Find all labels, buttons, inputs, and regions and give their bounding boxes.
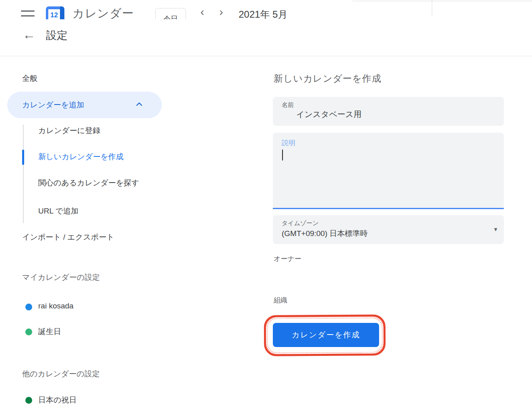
- dropdown-caret-icon: ▼: [493, 226, 498, 232]
- add-calendar-label: カレンダーを追加: [22, 92, 84, 118]
- calendar-name-input[interactable]: [296, 110, 481, 119]
- sidebar-item-import-export[interactable]: インポート / エクスポート: [22, 232, 114, 242]
- timezone-label: タイムゾーン: [282, 220, 319, 227]
- my-calendars-heading: マイカレンダーの設定: [22, 272, 100, 283]
- logo-day-number: 12: [48, 9, 60, 19]
- active-item-indicator: [22, 150, 24, 165]
- organization-label: 組織: [274, 296, 287, 305]
- product-name: カレンダー: [72, 6, 134, 19]
- description-field[interactable]: 説明: [273, 133, 504, 209]
- today-button[interactable]: 今日: [155, 8, 186, 19]
- current-date-label: 2021年 5月: [239, 8, 287, 19]
- sidebar-item-general[interactable]: 全般: [22, 73, 37, 84]
- calendar-name-field[interactable]: 名前: [273, 97, 504, 126]
- back-arrow-icon[interactable]: ←: [21, 27, 37, 43]
- header-divider: [0, 56, 532, 56]
- sidebar-item-subscribe-to-calendar[interactable]: カレンダーに登録: [38, 125, 100, 136]
- logo-right-band: [60, 6, 64, 19]
- calendar-color-dot: [25, 329, 32, 335]
- description-field-label: 説明: [282, 138, 295, 148]
- settings-header: ← 設定: [0, 19, 532, 56]
- other-calendars-heading: 他のカレンダーの設定: [22, 369, 100, 379]
- timezone-select[interactable]: タイムゾーン (GMT+09:00) 日本標準時 ▼: [273, 215, 504, 244]
- form-title: 新しいカレンダーを作成: [274, 72, 381, 85]
- chevron-up-icon: [136, 101, 142, 108]
- page-title: 設定: [46, 28, 68, 43]
- calendar-color-dot: [25, 397, 32, 404]
- app-bar: 12 カレンダー 今日 ‹ › 2021年 5月: [0, 0, 532, 19]
- calendar-logo-icon[interactable]: 12: [46, 6, 64, 19]
- next-month-icon[interactable]: ›: [219, 6, 223, 18]
- text-cursor: [282, 150, 283, 160]
- calendar-name-label: rai kosada: [38, 302, 74, 310]
- calendar-color-dot: [25, 304, 32, 310]
- sidebar-item-browse-calendars[interactable]: 関心のあるカレンダーを探す: [38, 178, 139, 188]
- timezone-value: (GMT+09:00) 日本標準時: [282, 228, 368, 239]
- sidebar-item-create-new-calendar[interactable]: 新しいカレンダーを作成: [38, 152, 124, 162]
- hamburger-menu-icon[interactable]: [21, 10, 35, 19]
- owner-label: オーナー: [274, 254, 301, 263]
- prev-month-icon[interactable]: ‹: [200, 6, 204, 18]
- calendar-name-label: 日本の祝日: [38, 395, 76, 405]
- sidebar-item-add-calendar[interactable]: カレンダーを追加: [7, 92, 162, 118]
- calendar-grid-line-horizontal: [353, 1, 532, 1]
- calendar-name-label: 誕生日: [38, 327, 61, 337]
- create-calendar-button[interactable]: カレンダーを作成: [273, 323, 379, 347]
- subnav-rail: [23, 125, 24, 223]
- name-field-label: 名前: [282, 101, 294, 109]
- sidebar-item-from-url[interactable]: URL で追加: [38, 206, 78, 216]
- calendar-grid-line-vertical: [432, 0, 432, 16]
- settings-page: 12 カレンダー 今日 ‹ › 2021年 5月 ← 設定 全般 カレンダーを追…: [0, 0, 532, 419]
